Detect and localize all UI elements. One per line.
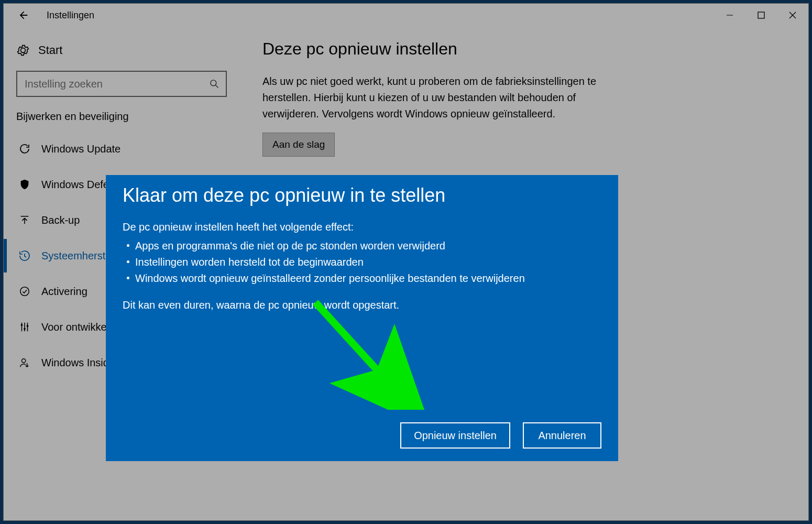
dialog-intro: De pc opnieuw instellen heeft het volgen…: [123, 219, 601, 235]
reset-button[interactable]: Opnieuw instellen: [400, 422, 510, 449]
cancel-button[interactable]: Annuleren: [523, 422, 601, 449]
dialog-bullet-item: Apps en programma's die niet op de pc st…: [123, 238, 601, 254]
dialog-bullet-list: Apps en programma's die niet op de pc st…: [123, 238, 601, 287]
dialog-bullet-item: Instellingen worden hersteld tot de begi…: [123, 254, 601, 270]
dialog-footnote: Dit kan even duren, waarna de pc opnieuw…: [123, 297, 601, 313]
dialog-bullet-item: Windows wordt opnieuw geïnstalleerd zond…: [123, 270, 601, 287]
dialog-title: Klaar om deze pc opnieuw in te stellen: [123, 184, 601, 206]
reset-confirmation-dialog: Klaar om deze pc opnieuw in te stellen D…: [106, 175, 618, 461]
